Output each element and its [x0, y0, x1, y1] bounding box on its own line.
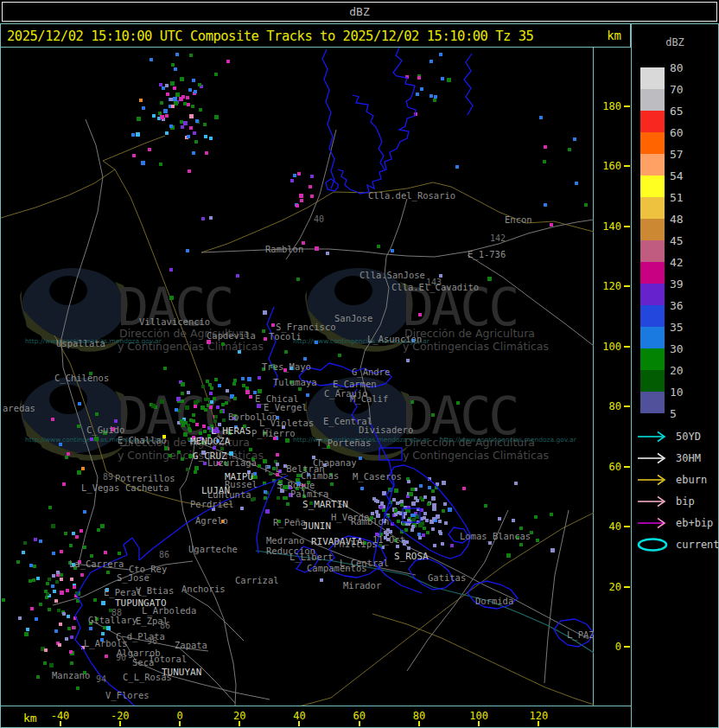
town-label: Clla.del_Rosario: [368, 190, 455, 201]
radar-echo-pixel: [506, 553, 511, 558]
radar-echo-pixel: [101, 632, 105, 635]
radar-echo-pixel: [429, 520, 434, 524]
radar-echo-pixel: [169, 296, 174, 300]
radar-echo-pixel: [186, 468, 189, 471]
radar-echo-pixel: [218, 384, 221, 387]
radar-echo-pixel: [462, 487, 466, 490]
radar-echo-pixel: [164, 446, 169, 450]
radar-echo-pixel: [498, 517, 501, 520]
radar-echo-pixel: [438, 520, 442, 523]
radar-echo-pixel: [209, 137, 213, 140]
radar-echo-pixel: [262, 329, 265, 333]
town-label: Gatitas: [428, 572, 466, 583]
radar-echo-pixel: [416, 93, 419, 96]
route-number-label: 94: [96, 674, 106, 684]
radar-echo-pixel: [162, 86, 165, 90]
y-axis-tick-label: 20: [595, 581, 621, 593]
radar-echo-pixel: [95, 412, 99, 416]
radar-echo-pixel: [439, 53, 442, 56]
route-number-label: 86: [159, 550, 169, 559]
radar-echo-pixel: [213, 397, 216, 400]
radar-echo-pixel: [192, 413, 195, 417]
radar-echo-pixel: [173, 86, 176, 90]
legend-label: 30HM: [676, 452, 701, 464]
legend-label: 50YD: [676, 431, 701, 443]
radar-echo-pixel: [539, 116, 543, 119]
radar-echo-pixel: [67, 452, 70, 456]
radar-echo-pixel: [233, 379, 237, 382]
radar-echo-pixel: [249, 448, 252, 451]
scale-tick-label: 36: [670, 301, 696, 311]
y-axis-tick-label: 60: [595, 461, 621, 473]
town-label: Seca: [132, 657, 154, 667]
radar-echo-pixel: [189, 114, 194, 118]
scale-tick-label: 54: [670, 171, 696, 182]
radar-echo-pixel: [221, 342, 225, 346]
radar-echo-pixel: [420, 521, 424, 526]
town-label: Capdevila: [207, 330, 256, 341]
town-label: P_Hierro: [251, 428, 296, 439]
radar-echo-pixel: [76, 686, 80, 690]
radar-echo-pixel: [169, 454, 172, 457]
radar-echo-pixel: [202, 425, 206, 428]
y-axis-tick-label: 40: [595, 520, 621, 533]
radar-echo-pixel: [29, 564, 33, 567]
y-axis-tick: [624, 105, 630, 107]
radar-echo-pixel: [165, 131, 169, 135]
radar-echo-pixel: [205, 151, 208, 155]
radar-echo-pixel: [394, 489, 398, 493]
radar-echo-pixel: [409, 492, 413, 496]
radar-echo-pixel: [285, 438, 290, 443]
radar-echo-pixel: [258, 464, 261, 468]
radar-echo-pixel: [83, 546, 86, 549]
town-label: Luzuriaga: [207, 457, 257, 468]
radar-echo-pixel: [208, 383, 212, 386]
radar-echo-pixel: [48, 578, 51, 581]
town-label: Clla.El_Cavadito: [391, 282, 479, 293]
radar-echo-pixel: [309, 185, 312, 188]
radar-echo-pixel: [360, 487, 364, 490]
y-axis-tick: [624, 285, 630, 287]
town-label: 11_Oct: [372, 534, 405, 546]
radar-echo-pixel: [49, 663, 54, 667]
radar-echo-pixel: [299, 194, 303, 198]
radar-echo-pixel: [257, 404, 261, 408]
radar-echo-pixel: [136, 132, 140, 137]
radar-echo-pixel: [416, 499, 419, 502]
x-axis-tick: [478, 721, 480, 726]
radar-echo-pixel: [46, 582, 49, 585]
radar-echo-pixel: [180, 77, 184, 81]
town-label: Mirador: [343, 580, 381, 591]
radar-echo-pixel: [60, 573, 63, 577]
title-bar: dBZ: [0, 0, 719, 23]
radar-echo-pixel: [48, 608, 51, 611]
radar-echo-pixel: [400, 500, 404, 503]
radar-echo-pixel: [194, 90, 197, 93]
y-axis-tick: [624, 586, 630, 588]
town-label: V_Flores: [105, 690, 150, 701]
radar-echo-pixel: [396, 545, 399, 548]
radar-echo-pixel: [232, 382, 236, 386]
radar-echo-pixel: [201, 385, 205, 388]
radar-echo-pixel: [187, 391, 190, 394]
radar-echo-pixel: [188, 169, 191, 173]
radar-echo-pixel: [55, 580, 59, 584]
radar-map: DACCDirección de Agriculturay Contingenc…: [0, 48, 594, 706]
radar-echo-pixel: [18, 616, 22, 620]
radar-echo-pixel: [137, 117, 141, 121]
scale-swatch: [640, 219, 665, 240]
x-axis-tick: [359, 721, 360, 726]
radar-echo-pixel: [142, 106, 145, 110]
radar-echo-pixel: [419, 496, 423, 500]
town-label: Ramblon: [265, 244, 303, 254]
scale-swatch: [640, 176, 665, 197]
radar-echo-pixel: [77, 425, 80, 428]
radar-echo-pixel: [163, 109, 168, 113]
radar-echo-pixel: [422, 533, 425, 537]
radar-echo-pixel: [35, 617, 38, 621]
radar-echo-pixel: [300, 199, 303, 202]
x-axis-tick-label: 100: [461, 710, 496, 722]
radar-echo-pixel: [338, 354, 341, 357]
town-label: Totoral: [149, 654, 187, 664]
radar-echo-pixel: [16, 560, 20, 564]
